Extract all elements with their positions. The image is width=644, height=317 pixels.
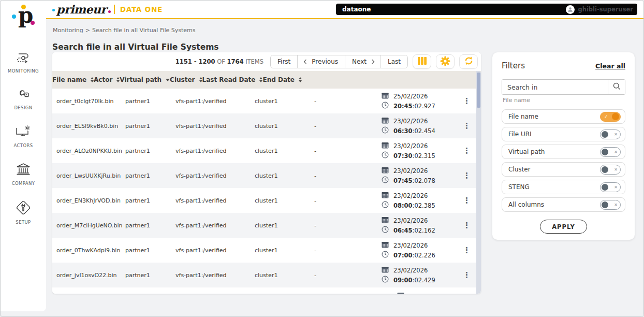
- column-header[interactable]: Virtual path: [120, 76, 170, 83]
- column-header[interactable]: Cluster: [170, 76, 202, 83]
- filter-toggle-label: Virtual path: [508, 148, 545, 155]
- row-menu-kebab-icon[interactable]: ⋮: [463, 172, 471, 180]
- filter-toggle-switch[interactable]: ✓ ✕: [600, 112, 621, 122]
- next-page-button[interactable]: Next: [345, 55, 380, 68]
- row-menu-kebab-icon[interactable]: ⋮: [463, 222, 471, 229]
- brand-logo[interactable]: primeur DATA ONE: [52, 3, 163, 16]
- filter-toggle-switch[interactable]: ✓ ✕: [600, 200, 621, 210]
- row-menu-kebab-icon[interactable]: ⋮: [463, 147, 471, 155]
- cell-virtual-path: vfs-part1:/verified: [171, 272, 251, 279]
- cell-cluster: cluster1: [251, 247, 310, 254]
- last-page-button[interactable]: Last: [380, 55, 407, 68]
- previous-page-button[interactable]: Previous: [297, 55, 345, 68]
- results-table-card: 1151 - 1200 OF 1764 ITEMS First Previous…: [52, 52, 481, 294]
- sidebar-item-design[interactable]: DESIGN: [1, 87, 46, 110]
- sidebar-item-actors[interactable]: ACTORS: [1, 124, 46, 148]
- cell-file-name: order_LwsUUXKjRu.bin: [52, 172, 121, 179]
- first-page-button[interactable]: First: [271, 55, 297, 68]
- calendar-icon: [382, 167, 389, 175]
- gear-icon: [440, 56, 450, 68]
- filter-search-helper: File name: [502, 97, 625, 104]
- clock-icon: [382, 176, 389, 185]
- end-date-value: 23/02/2026: [393, 118, 428, 125]
- filter-toggle-switch[interactable]: ✓ ✕: [600, 182, 621, 192]
- logo-dot-magenta: [31, 21, 35, 25]
- end-date-value: 23/02/2026: [393, 217, 428, 224]
- row-menu-kebab-icon[interactable]: ⋮: [463, 247, 471, 254]
- apply-button[interactable]: APPLY: [540, 220, 587, 234]
- column-header[interactable]: Actor: [94, 76, 120, 83]
- cell-cluster: cluster1: [251, 98, 310, 105]
- filter-toggle-switch[interactable]: ✓ ✕: [600, 147, 621, 157]
- primeur-p-logo[interactable]: p: [9, 4, 38, 33]
- product-name: DATA ONE: [120, 5, 163, 13]
- end-time-value: 08:00:02.385: [393, 202, 435, 209]
- scrollbar-thumb[interactable]: [477, 73, 480, 108]
- user-menu[interactable]: ghibli-superuser: [566, 5, 634, 14]
- username: ghibli-superuser: [578, 6, 634, 13]
- sidebar-item-monitoring[interactable]: MONITORING: [1, 50, 46, 74]
- sidebar-item-company[interactable]: COMPANY: [1, 162, 46, 186]
- table-settings-button[interactable]: [436, 54, 455, 69]
- clock-icon: [382, 276, 389, 284]
- cell-virtual-path: vfs-part1:/verified: [171, 123, 251, 129]
- breadcrumb-parent[interactable]: Monitoring: [53, 27, 83, 34]
- column-header[interactable]: End Date: [262, 76, 301, 83]
- cell-actor: partner1: [121, 98, 171, 105]
- end-time-value: 07:30:02.315: [393, 152, 435, 160]
- sidebar-item-setup[interactable]: SETUP: [1, 199, 46, 225]
- filter-toggle-switch[interactable]: ✓ ✕: [600, 129, 621, 139]
- cell-end-date: 23/02/2026 08:00:02.385: [377, 192, 461, 210]
- breadcrumb-current: Search file in all Virtual File Systems: [92, 27, 196, 34]
- row-menu-kebab-icon[interactable]: ⋮: [463, 197, 471, 205]
- cell-cluster: cluster1: [251, 148, 310, 154]
- cell-cluster: cluster1: [251, 123, 310, 129]
- cell-virtual-path: vfs-part1:/verified: [171, 98, 251, 105]
- calendar-icon: [382, 142, 389, 150]
- filters-title: Filters: [502, 61, 525, 70]
- breadcrumb: Monitoring>Search file in all Virtual Fi…: [53, 27, 196, 34]
- clear-all-link[interactable]: Clear all: [595, 62, 625, 70]
- sort-icon[interactable]: [299, 77, 302, 82]
- column-header[interactable]: Last Read Date: [202, 76, 263, 83]
- toggle-knob: [612, 113, 619, 120]
- refresh-button[interactable]: [459, 54, 478, 69]
- cell-last-read-date: -: [310, 222, 377, 229]
- global-search-bar[interactable]: ghibli-superuser: [336, 4, 637, 15]
- filter-toggle-row: All columns ✓ ✕: [502, 197, 625, 212]
- end-date-value: 23/02/2026: [393, 267, 428, 274]
- table-vertical-scrollbar[interactable]: [476, 71, 481, 294]
- filter-toggle-switch[interactable]: ✓ ✕: [600, 165, 621, 175]
- cell-actor: partner1: [121, 172, 171, 179]
- end-time-value: 06:45:02.162: [393, 227, 435, 234]
- sort-icon[interactable]: [166, 79, 170, 81]
- row-menu-kebab-icon[interactable]: ⋮: [463, 271, 471, 279]
- cell-virtual-path: vfs-part1:/verified: [171, 197, 251, 204]
- table-toolbar: 1151 - 1200 OF 1764 ITEMS First Previous…: [52, 52, 481, 71]
- design-icon: [15, 87, 32, 102]
- cell-file-name: order_M7ciHgUeNO.bin: [52, 222, 121, 229]
- filter-search-input[interactable]: [502, 80, 608, 94]
- cell-last-read-date: -: [310, 98, 377, 105]
- cell-last-read-date: -: [310, 123, 377, 129]
- filter-search-button[interactable]: [608, 80, 625, 94]
- cell-last-read-date: -: [310, 148, 377, 154]
- logo-dot-cyan: [52, 9, 55, 11]
- cell-cluster: cluster1: [251, 172, 310, 179]
- columns-button[interactable]: [413, 54, 431, 69]
- cell-end-date: 23/02/2026 07:45:02.078: [377, 167, 461, 185]
- table-header-row: File name Actor Virtual path Cluster Las…: [52, 71, 481, 89]
- sidebar-label: SETUP: [16, 220, 31, 225]
- row-menu-kebab-icon[interactable]: ⋮: [463, 122, 471, 130]
- row-menu-kebab-icon[interactable]: ⋮: [463, 97, 471, 105]
- global-search-input[interactable]: [341, 5, 496, 13]
- cell-file-name: order_jvl1osvO22.bin: [52, 272, 121, 279]
- clock-icon: [382, 102, 389, 110]
- filter-toggle-row: File name ✓ ✕: [502, 109, 625, 124]
- sidebar-label: ACTORS: [13, 143, 33, 148]
- toggle-knob: [602, 201, 608, 208]
- cell-last-read-date: -: [310, 272, 377, 279]
- logo-dot-cyan: [12, 15, 16, 19]
- cell-end-date: 23/02/2026 07:00:02.226: [377, 241, 461, 260]
- column-header[interactable]: File name: [52, 76, 94, 83]
